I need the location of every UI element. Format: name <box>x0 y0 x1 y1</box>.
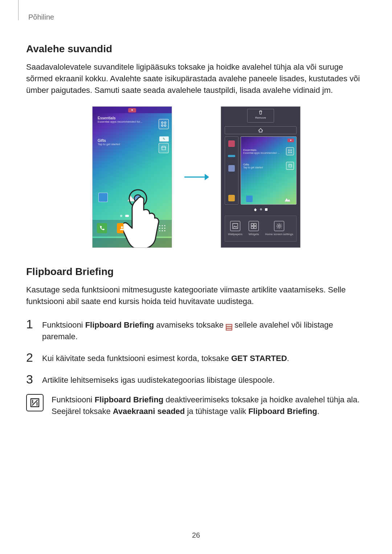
apps-icon <box>157 223 167 233</box>
dock <box>93 220 172 237</box>
svg-line-31 <box>277 227 278 228</box>
store-icon <box>159 143 169 153</box>
svg-rect-21 <box>254 223 256 226</box>
arrow-right-icon <box>184 172 209 182</box>
svg-rect-20 <box>251 223 253 226</box>
step-number: 3 <box>26 373 34 385</box>
svg-rect-36 <box>226 329 232 330</box>
store-pencil-icon: ✎ <box>159 136 169 141</box>
svg-rect-34 <box>226 325 232 326</box>
svg-point-18 <box>288 152 289 153</box>
svg-point-19 <box>290 152 291 153</box>
svg-point-16 <box>288 149 289 151</box>
widget-essentials: Essentials Essential apps recommended fo… <box>95 115 155 133</box>
svg-point-4 <box>159 225 160 226</box>
figure-home-screen: ♥ Essentials Essential apps recommended … <box>92 106 172 248</box>
step-number: 2 <box>26 351 34 364</box>
contacts-icon <box>117 223 127 233</box>
svg-point-8 <box>162 227 163 229</box>
svg-point-9 <box>164 227 165 229</box>
widgets-option: Widgets <box>249 221 259 236</box>
svg-point-11 <box>162 230 163 231</box>
home-options-bar: Wallpapers Widgets Home screen settings <box>225 216 297 242</box>
svg-point-3 <box>164 124 166 126</box>
person-chip-icon <box>228 165 235 172</box>
gear-icon <box>274 221 284 231</box>
svg-point-17 <box>290 149 291 151</box>
figure-home-options: Remove ♥ <box>221 106 301 248</box>
step-1: 1 Funktsiooni Flipboard Briefing avamise… <box>26 317 367 342</box>
svg-rect-35 <box>226 327 232 328</box>
apps-grid-icon <box>286 147 294 155</box>
svg-point-5 <box>162 225 163 226</box>
gallery-chip-icon <box>228 195 235 201</box>
wallpapers-icon <box>230 221 240 231</box>
widgets-icon <box>249 221 259 231</box>
svg-point-6 <box>164 225 165 226</box>
messages-icon <box>137 223 147 233</box>
heart-chip-icon <box>228 140 235 147</box>
heart-icon: ♥ <box>128 108 136 112</box>
svg-line-29 <box>277 224 278 225</box>
app-tile <box>246 196 253 202</box>
section1-paragraph: Saadavalolevatele suvanditele ligipääsuk… <box>26 61 367 96</box>
heart-icon: ♥ <box>287 139 294 142</box>
svg-rect-23 <box>254 226 256 229</box>
svg-point-10 <box>159 230 160 231</box>
mountain-icon <box>127 194 138 202</box>
section2-paragraph: Kasutage seda funktsiooni mitmesuguste k… <box>26 284 367 307</box>
step-2: 2 Kui käivitate seda funktsiooni esimest… <box>26 350 367 364</box>
mountain-icon <box>284 197 291 202</box>
svg-point-7 <box>159 227 160 229</box>
note-block: Funktsiooni Flipboard Briefing deaktivee… <box>26 394 367 417</box>
svg-point-1 <box>164 122 166 123</box>
svg-point-12 <box>164 230 165 231</box>
step-number: 1 <box>26 318 34 330</box>
widget-gifts: Gifts Tap to get started <box>95 137 155 147</box>
trash-icon <box>248 110 274 116</box>
left-panel-strip <box>225 136 238 205</box>
step-3: 3 Artiklite lehitsemiseks igas uudisteka… <box>26 372 367 386</box>
svg-line-32 <box>281 224 281 225</box>
home-settings-option: Home screen settings <box>265 221 293 236</box>
section-heading-avalehe: Avalehe suvandid <box>26 43 367 55</box>
figure-row: ♥ Essentials Essential apps recommended … <box>26 106 367 248</box>
center-home-preview: ♥ Essentials Essential apps recommended … <box>241 136 297 205</box>
page-indicator <box>93 215 172 217</box>
page-number: 26 <box>192 531 200 539</box>
app-tile <box>98 193 108 202</box>
remove-panel: Remove <box>247 109 274 123</box>
wallpapers-option: Wallpapers <box>228 221 242 236</box>
phone-icon <box>97 223 107 233</box>
home-indicator-icon <box>225 126 297 134</box>
section-heading-flipboard: Flipboard Briefing <box>26 266 367 278</box>
flipboard-tile-icon <box>226 322 232 329</box>
apps-grid-icon <box>159 119 169 129</box>
store-icon <box>286 162 294 170</box>
svg-point-2 <box>162 124 163 126</box>
svg-point-24 <box>278 225 280 227</box>
page-indicator <box>221 208 300 211</box>
svg-point-0 <box>162 122 163 123</box>
svg-line-30 <box>281 227 281 228</box>
breadcrumb: Põhiline <box>28 13 367 21</box>
note-icon <box>26 394 44 411</box>
svg-rect-22 <box>251 226 253 229</box>
